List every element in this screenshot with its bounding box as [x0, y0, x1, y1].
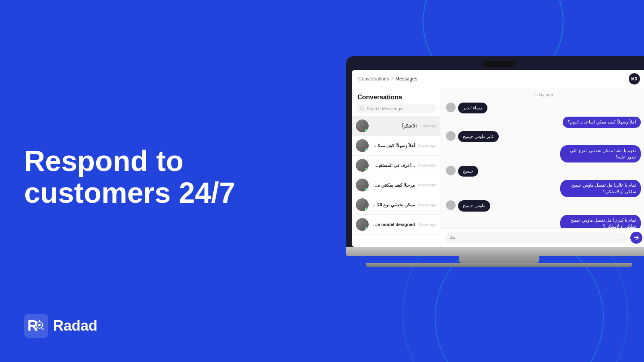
sidebar-title: Conversations	[352, 88, 440, 104]
chat-area: 1 day ago مساء الخيرأهلاً وسهلاً! كيف مم…	[440, 88, 644, 247]
msg-bubble: جيميج	[458, 166, 478, 177]
conv-avatar	[356, 218, 369, 231]
breadcrumb: Conversations / Messages	[358, 76, 417, 82]
msg-bubble: تمام يا كنزي! هل تفضل ماوس جيميج سلكي أو…	[560, 215, 641, 228]
conv-info: الا شكراً	[372, 123, 417, 129]
msg-row: أهلاً وسهلاً! كيف ممكن أساعدك اليوم؟	[446, 117, 641, 128]
chat-messages: مساء الخيرأهلاً وسهلاً! كيف ممكن أساعدك …	[440, 99, 644, 228]
svg-point-7	[360, 107, 363, 110]
msg-bubble: تفهم يا باشا! ممكن تحدثني النوع اللي بتد…	[560, 145, 641, 162]
conversations-sidebar: Conversations Search Messenger الا شكراً…	[352, 88, 440, 247]
send-button[interactable]	[630, 232, 642, 244]
conv-name: ...أعرف في المستقبل، لا مزيد من الاتصال …	[372, 163, 415, 168]
radad-logo-icon: R	[24, 314, 48, 338]
conv-avatar	[356, 119, 369, 132]
conv-item[interactable]: الا شكراً 1 day ago	[352, 116, 440, 136]
conv-avatar	[356, 139, 369, 152]
conv-time: 4 days ago	[418, 163, 436, 167]
conv-time: 1 day ago	[420, 124, 436, 128]
app-body: Conversations Search Messenger الا شكراً…	[352, 88, 644, 247]
conv-info: ممكن تحدثني نوع الكوتشي اللي بتدور عليه؟	[372, 202, 415, 208]
online-dot	[365, 129, 368, 132]
conv-name: الا شكراً	[372, 123, 417, 129]
conv-avatar	[356, 159, 369, 172]
msg-bubble: ماوس جيميج	[458, 200, 490, 211]
chat-date: 1 day ago	[440, 88, 644, 99]
online-dot	[365, 208, 368, 211]
conv-avatar	[356, 198, 369, 211]
msg-row: جيميج	[446, 166, 641, 177]
left-panel: Respond to customers 24/7	[24, 0, 258, 362]
online-dot	[365, 168, 368, 171]
msg-row: تفهم يا باشا! ممكن تحدثني النوع اللي بتد…	[446, 145, 641, 162]
msg-row: تمام يا غالي! هل تفضل ماوس جيميج سلكي أو…	[446, 180, 641, 197]
conv-info: I'm an AI language model designed ...	[372, 222, 415, 227]
msg-row: تمام يا كنزي! هل تفضل ماوس جيميج سلكي أو…	[446, 215, 641, 228]
laptop-frame: Conversations / Messages MR Conversation…	[346, 56, 644, 247]
conv-time: 2 days ago	[418, 144, 436, 148]
conv-item[interactable]: مرحبا! كيف يمكنني مساعدتك اليوم؟ 4 days …	[352, 175, 440, 195]
send-icon	[634, 235, 639, 241]
online-dot	[365, 148, 368, 152]
laptop-wrapper: Conversations / Messages MR Conversation…	[346, 56, 644, 267]
conv-time: 4 days ago	[418, 183, 436, 187]
laptop-stand	[459, 256, 539, 263]
svg-line-8	[363, 109, 364, 111]
conv-name: أهلاً وسهلاً! كيف ممكن أساعدك اليوم؟	[372, 143, 415, 148]
logo-text: Radad	[53, 317, 97, 334]
conv-name: ممكن تحدثني نوع الكوتشي اللي بتدور عليه؟	[372, 202, 415, 208]
search-placeholder: Search Messenger	[367, 106, 404, 111]
hero-line1: Respond to	[24, 145, 184, 177]
msg-avatar	[446, 166, 456, 175]
conv-list: الا شكراً 1 day ago أهلاً وسهلاً! كيف مم…	[352, 116, 440, 247]
msg-bubble: أهلاً وسهلاً! كيف ممكن أساعدك اليوم؟	[563, 117, 641, 128]
hero-line2: customers 24/7	[24, 177, 235, 209]
svg-point-3	[38, 324, 41, 326]
laptop-screen: Conversations / Messages MR Conversation…	[352, 70, 644, 247]
laptop-base	[346, 247, 644, 256]
laptop-foot	[366, 263, 632, 267]
msg-bubble: مساء الخير	[458, 103, 487, 113]
conv-time: 4 days ago	[418, 203, 436, 207]
online-dot	[365, 188, 368, 191]
conv-time: 4 days ago	[418, 222, 436, 226]
search-icon	[360, 106, 365, 111]
msg-row: ماوس جيميج	[446, 200, 641, 211]
breadcrumb-active: Messages	[395, 76, 417, 82]
chat-input-bar	[440, 228, 644, 247]
conv-item[interactable]: أهلاً وسهلاً! كيف ممكن أساعدك اليوم؟ 2 d…	[352, 136, 440, 156]
search-bar[interactable]: Search Messenger	[356, 104, 436, 113]
conv-avatar	[356, 179, 369, 191]
hero-title: Respond to customers 24/7	[24, 145, 258, 209]
app-header: Conversations / Messages MR	[352, 70, 644, 88]
msg-avatar	[446, 103, 456, 112]
conv-name: مرحبا! كيف يمكنني مساعدتك اليوم؟	[372, 183, 415, 188]
logo-area: R Radad	[24, 314, 97, 338]
conv-name: I'm an AI language model designed ...	[372, 222, 415, 227]
laptop-notch	[483, 61, 515, 67]
conv-item[interactable]: ...أعرف في المستقبل، لا مزيد من الاتصال …	[352, 156, 440, 175]
conv-item[interactable]: I'm an AI language model designed ... 4 …	[352, 215, 440, 234]
msg-row: مساء الخير	[446, 103, 641, 113]
msg-avatar	[446, 131, 456, 141]
conv-item[interactable]: ممكن تحدثني نوع الكوتشي اللي بتدور عليه؟…	[352, 195, 440, 215]
msg-bubble: غايز ماوس جيميج	[458, 131, 499, 142]
user-avatar[interactable]: MR	[629, 73, 640, 84]
chat-input[interactable]	[444, 232, 627, 243]
conv-info: أهلاً وسهلاً! كيف ممكن أساعدك اليوم؟	[372, 143, 415, 148]
conv-info: ...أعرف في المستقبل، لا مزيد من الاتصال …	[372, 163, 415, 168]
online-dot	[365, 227, 368, 230]
conv-info: مرحبا! كيف يمكنني مساعدتك اليوم؟	[372, 183, 415, 188]
breadcrumb-sep: /	[392, 76, 393, 82]
breadcrumb-root: Conversations	[358, 76, 389, 82]
msg-avatar	[446, 200, 456, 210]
msg-row: غايز ماوس جيميج	[446, 131, 641, 142]
msg-bubble: تمام يا غالي! هل تفضل ماوس جيميج سلكي أو…	[560, 180, 641, 197]
